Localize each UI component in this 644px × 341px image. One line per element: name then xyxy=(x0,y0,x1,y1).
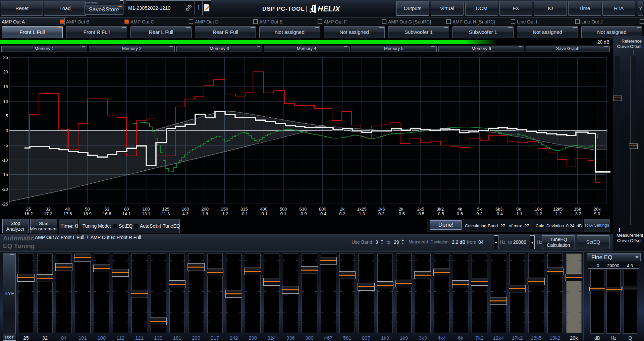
svg-text:17.2: 17.2 xyxy=(44,211,52,216)
svg-text:630: 630 xyxy=(299,207,307,212)
svg-text:1k6: 1k6 xyxy=(378,207,385,212)
svg-text:200: 200 xyxy=(201,207,209,212)
svg-text:32: 32 xyxy=(46,207,50,212)
svg-text:10: 10 xyxy=(3,99,8,104)
svg-text:2k5: 2k5 xyxy=(417,207,424,212)
svg-text:14.1: 14.1 xyxy=(122,211,131,216)
svg-text:5: 5 xyxy=(6,113,8,118)
svg-text:13.1: 13.1 xyxy=(142,211,150,216)
svg-text:0.2: 0.2 xyxy=(378,211,384,216)
svg-text:16.2: 16.2 xyxy=(24,211,33,216)
svg-text:160: 160 xyxy=(182,207,189,212)
svg-text:6k3: 6k3 xyxy=(495,207,502,212)
svg-text:20: 20 xyxy=(3,69,8,74)
svg-text:4k: 4k xyxy=(458,207,462,212)
svg-text:4.3: 4.3 xyxy=(182,211,189,216)
svg-text:500: 500 xyxy=(280,207,287,212)
svg-text:5k: 5k xyxy=(477,207,482,212)
svg-text:-0.4: -0.4 xyxy=(319,211,326,216)
svg-text:1k: 1k xyxy=(340,207,344,212)
svg-text:50: 50 xyxy=(85,207,90,212)
svg-text:100: 100 xyxy=(143,207,150,212)
svg-text:1.3: 1.3 xyxy=(359,211,365,216)
svg-text:125: 125 xyxy=(162,207,169,212)
svg-text:3k2: 3k2 xyxy=(437,207,444,212)
svg-text:-0.1: -0.1 xyxy=(240,211,248,216)
svg-text:-0.1: -0.1 xyxy=(260,211,267,216)
svg-text:0.2: 0.2 xyxy=(339,211,345,216)
svg-text:0.6: 0.6 xyxy=(457,211,463,216)
svg-text:8k: 8k xyxy=(516,207,521,212)
svg-text:40: 40 xyxy=(65,207,70,212)
svg-text:-0.5: -0.5 xyxy=(417,211,424,216)
svg-text:0.1: 0.1 xyxy=(280,211,286,216)
svg-text:63: 63 xyxy=(105,207,109,212)
svg-text:9.0: 9.0 xyxy=(594,211,600,216)
svg-text:-1.2: -1.2 xyxy=(221,211,228,216)
svg-text:16k: 16k xyxy=(574,207,581,212)
svg-text:10k: 10k xyxy=(535,207,542,212)
svg-text:-20: -20 xyxy=(2,187,8,192)
svg-text:-0.5: -0.5 xyxy=(397,211,405,216)
svg-text:18.9: 18.9 xyxy=(83,211,92,216)
svg-text:-1.2: -1.2 xyxy=(554,211,561,216)
svg-text:20k: 20k xyxy=(594,207,601,212)
svg-text:80: 80 xyxy=(124,207,129,212)
svg-text:17.6: 17.6 xyxy=(63,211,72,216)
svg-text:0: 0 xyxy=(6,128,8,133)
svg-text:-0.9: -0.9 xyxy=(299,211,307,216)
svg-text:2k: 2k xyxy=(399,207,404,212)
svg-text:-1.1: -1.1 xyxy=(515,211,522,216)
svg-text:-10: -10 xyxy=(2,158,8,163)
svg-text:11.3: 11.3 xyxy=(162,211,170,216)
svg-text:-3.2: -3.2 xyxy=(574,211,581,216)
svg-text:1.8: 1.8 xyxy=(202,211,208,216)
svg-text:315: 315 xyxy=(240,207,248,212)
svg-text:16.6: 16.6 xyxy=(103,211,111,216)
svg-text:-15: -15 xyxy=(2,172,8,177)
svg-text:15: 15 xyxy=(3,84,8,89)
svg-text:25: 25 xyxy=(26,207,31,212)
svg-text:-0.4: -0.4 xyxy=(495,211,503,216)
svg-text:12k5: 12k5 xyxy=(553,207,562,212)
svg-text:250: 250 xyxy=(221,207,228,212)
svg-text:-5: -5 xyxy=(4,143,8,148)
svg-text:1k25: 1k25 xyxy=(357,207,367,212)
svg-text:25: 25 xyxy=(3,55,8,60)
svg-text:-0.5: -0.5 xyxy=(436,211,444,216)
svg-text:-1.2: -1.2 xyxy=(534,211,542,216)
svg-text:-25: -25 xyxy=(2,202,8,207)
svg-text:0.2: 0.2 xyxy=(476,211,482,216)
svg-text:400: 400 xyxy=(260,207,268,212)
svg-text:800: 800 xyxy=(319,207,326,212)
